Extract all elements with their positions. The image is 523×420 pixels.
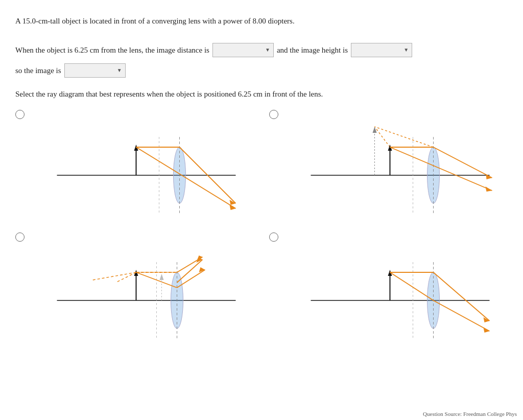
option1-row [15, 109, 254, 221]
page: A 15.0-cm-tall object is located in fron… [0, 0, 523, 420]
svg-line-9 [136, 147, 236, 208]
diagrams-grid [15, 109, 508, 344]
image-type-dropdown[interactable]: ▼ [64, 63, 126, 78]
svg-line-54 [390, 272, 434, 300]
dropdown-arrow3: ▼ [117, 65, 122, 76]
diagram2-svg [282, 109, 508, 221]
radio-option4[interactable] [269, 232, 278, 242]
diagram3-svg [29, 231, 254, 344]
fill-in-row1: When the object is 6.25 cm from the lens… [15, 42, 508, 58]
image-distance-dropdown[interactable]: ▼ [212, 43, 274, 57]
option3-row [15, 231, 254, 344]
label-and: and the image height is [277, 42, 348, 58]
radio-option1[interactable] [15, 110, 25, 119]
svg-line-15 [375, 127, 434, 147]
dropdown-arrow2: ▼ [403, 45, 409, 55]
diagram-cell-2 [269, 109, 508, 221]
diagram4-svg [282, 231, 508, 344]
diagram-cell-1 [15, 109, 254, 221]
diagram1-svg [29, 109, 254, 221]
radio-option2[interactable] [269, 110, 278, 119]
option4-row [269, 231, 508, 344]
image-height-dropdown[interactable]: ▼ [351, 43, 412, 57]
svg-line-52 [434, 272, 490, 321]
fill-in-row2: so the image is ▼ [15, 63, 508, 78]
svg-marker-44 [160, 274, 164, 280]
svg-line-55 [434, 300, 490, 331]
footer-attribution: Question Source: Freedman College Phys [423, 411, 517, 417]
svg-line-24 [390, 147, 492, 191]
select-instruction: Select the ray diagram that best represe… [15, 88, 508, 100]
label-when: When the object is 6.25 cm from the lens… [15, 42, 209, 58]
diagram-cell-3 [15, 231, 254, 344]
svg-marker-25 [486, 186, 492, 192]
dropdown-arrow1: ▼ [265, 45, 270, 55]
label-so: so the image is [15, 63, 61, 78]
svg-line-37 [93, 272, 136, 280]
option2-row [269, 109, 508, 221]
diagram-cell-4 [269, 231, 508, 344]
svg-marker-18 [373, 127, 377, 133]
problem-statement: A 15.0-cm-tall object is located in fron… [15, 15, 508, 27]
svg-line-22 [434, 147, 492, 178]
radio-option3[interactable] [15, 232, 25, 242]
